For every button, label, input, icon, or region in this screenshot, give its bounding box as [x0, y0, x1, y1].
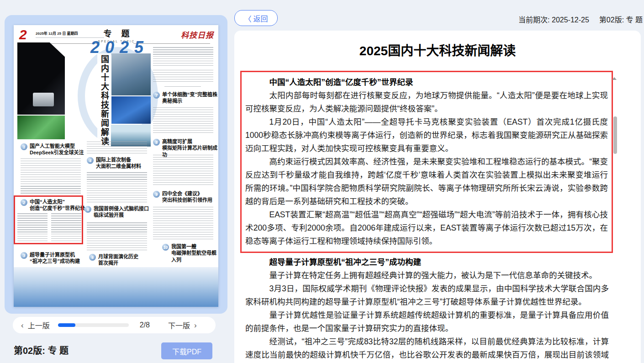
- headline-line: 国产人工智能大模型: [30, 143, 84, 149]
- paper-page-number: 2: [19, 28, 27, 42]
- headline-line: 超导量子计算原型机: [30, 252, 80, 258]
- prev-page-chevron-icon[interactable]: ‹: [21, 321, 24, 329]
- headline-number-badge: 10: [162, 244, 169, 251]
- headline-9[interactable]: 9 四中全会《建议》突出科技创新引领作用: [153, 190, 212, 204]
- paragraph: EAST装置汇聚“超高温”“超低温”“超高真空”“超强磁场”“超大电流”等前沿技…: [245, 208, 608, 248]
- headline-3[interactable]: 3 超导量子计算原型机“祖冲之三号”成功构建: [21, 252, 80, 265]
- headline-number-badge: 1: [21, 143, 27, 150]
- headline-line: 模拟矩阵计算芯片研制成功: [162, 145, 218, 158]
- paper-bottom-graphic: [14, 267, 218, 307]
- next-page-button[interactable]: 下一版: [168, 320, 190, 331]
- headline-line: 电磁弹射型航空母舰入列: [171, 250, 218, 263]
- headline-line: 高精度可扩展: [162, 138, 218, 145]
- section1-heading: 中国“人造太阳”创造“亿度千秒”世界纪录: [245, 76, 608, 89]
- graphic-vertical-title: 国内十大科技新闻解读: [97, 53, 111, 147]
- selected-article-highlight-box[interactable]: [14, 195, 83, 244]
- article-title: 2025国内十大科技新闻解读: [234, 41, 641, 59]
- paper-section-title: 专 题: [98, 27, 135, 39]
- current-edition-label: 第02版: 专 题: [599, 14, 643, 25]
- headline-number-badge: 7: [153, 92, 160, 99]
- back-button[interactable]: 〈 返回: [234, 10, 278, 26]
- headline-line: 突出科技创新引领作用: [162, 197, 212, 203]
- headline-number-badge: 6: [89, 254, 96, 261]
- download-pdf-button[interactable]: 下载PDF: [161, 342, 212, 359]
- lunar-lander-photo: [33, 93, 54, 106]
- machinery-photo: [111, 53, 151, 95]
- paper-masthead-logo: 科技日报: [181, 29, 214, 40]
- text-filler: [153, 70, 213, 84]
- paragraph: 1月20日，中国“人造太阳”——全超导托卡马克核聚变实验装置（EAST）首次完成…: [245, 116, 608, 155]
- newspaper-page-preview[interactable]: 2 2025年 12月 25 日 星期四 专 题 SPECIAL TOPIC 科…: [14, 25, 218, 307]
- issue-info: 当前期次: 2025-12-25 第02版: 专 题: [518, 14, 643, 25]
- headline-line: 四中全会《建议》: [162, 190, 212, 197]
- text-filler: [87, 222, 147, 251]
- paragraph: 量子计算优越性是验证量子计算系统超越传统超级计算机的重要标准，是量子计算具备应用…: [245, 309, 609, 335]
- highlighted-section-box: 中国“人造太阳”创造“亿度千秒”世界纪录 太阳内部每时每刻都在进行核聚变反应，为…: [240, 71, 613, 253]
- headline-number-badge: 9: [153, 191, 160, 198]
- headline-line: DeepSeek引发全球关注: [30, 149, 84, 156]
- headline-4[interactable]: 4 国际上首次制备大面积二维金属材料: [87, 157, 141, 170]
- text-filler: [87, 142, 147, 153]
- headline-line: 单个体细胞“变”完整植株: [162, 91, 217, 98]
- headline-line: 临床试验开展: [94, 212, 149, 218]
- paper-date: 2025年 12月 25 日 星期四: [36, 31, 78, 36]
- article-body: 中国“人造太阳”创造“亿度千秒”世界纪录 太阳内部每时每刻都在进行核聚变反应，为…: [245, 71, 609, 363]
- space-photo: [17, 42, 65, 115]
- page-progress-bar[interactable]: [58, 323, 129, 327]
- headline-number-badge: 5: [84, 206, 91, 213]
- text-filler: [87, 172, 147, 202]
- headline-line: 国际上首次制备: [96, 157, 141, 163]
- headline-1[interactable]: 1 国产人工智能大模型DeepSeek引发全球关注: [21, 143, 84, 156]
- headline-number-badge: 4: [87, 157, 94, 164]
- page-position-label: 2/8: [140, 321, 150, 329]
- byline-filler: [164, 86, 201, 89]
- headline-line: “祖冲之三号”成功构建: [30, 258, 80, 264]
- headline-line: 奥秘揭示: [162, 98, 217, 104]
- text-filler: [153, 107, 213, 135]
- headline-number-badge: 8: [153, 139, 160, 146]
- page: 2 2025年 12月 25 日 星期四 专 题 SPECIAL TOPIC 科…: [0, 0, 644, 363]
- paragraph: 高约束运行模式因其效率高、经济性强，是未来聚变实验堆和工程堆稳态运行的基本模式。…: [245, 155, 608, 208]
- current-issue-label: 当前期次: 2025-12-25: [518, 14, 589, 25]
- text-filler: [153, 155, 213, 187]
- paragraph: 量子计算在特定任务上拥有超越经典计算的强大能力，被认为是下一代信息革命的关键技术…: [245, 269, 609, 282]
- back-button-label: 返回: [253, 13, 268, 24]
- next-page-chevron-icon[interactable]: ›: [194, 321, 197, 329]
- paragraph: 太阳内部每时每刻都在进行核聚变反应，为地球万物提供能量。“人造太阳”便是要在地球…: [245, 89, 608, 116]
- headline-5[interactable]: 5 我国首例侵入式脑机接口临床试验开展: [84, 205, 149, 219]
- headline-10[interactable]: 10 我国第一艘电磁弹射型航空母舰入列: [162, 243, 218, 263]
- page-pager: ‹ 上一版 2/8 下一版 ›: [13, 317, 216, 333]
- newspaper-panel: 2 2025年 12月 25 日 星期四 专 题 SPECIAL TOPIC 科…: [5, 15, 227, 314]
- text-filler: [153, 47, 213, 67]
- section2-heading: 超导量子计算原型机“祖冲之三号”成功构建: [245, 256, 609, 269]
- headline-line: 月球背面演化历史: [98, 253, 138, 260]
- paragraph: 3月3日，国际权威学术期刊《物理评论快报》发表的成果显示，由中国科学技术大学联合…: [245, 282, 609, 309]
- headline-line: 大面积二维金属材料: [96, 163, 141, 169]
- text-filler: [21, 158, 81, 194]
- headline-number-badge: 3: [21, 252, 27, 259]
- headline-7[interactable]: 7 单个体细胞“变”完整植株奥秘揭示: [153, 91, 217, 105]
- article-card: 2025国内十大科技新闻解读 中国“人造太阳”创造“亿度千秒”世界纪录 太阳内部…: [234, 31, 641, 363]
- scrollbar-thumb[interactable]: [613, 116, 617, 154]
- scrollbar-up-arrow-icon[interactable]: [612, 77, 617, 80]
- plant-photo: [17, 116, 65, 139]
- edition-title: 第02版: 专 题: [14, 343, 69, 357]
- chip-photo: [111, 96, 151, 124]
- prev-page-button[interactable]: 上一版: [28, 320, 50, 331]
- headline-line: 我国第一艘: [171, 243, 218, 250]
- page-progress-fill: [58, 323, 75, 327]
- back-chevron-icon: 〈: [244, 13, 251, 24]
- headline-6[interactable]: 6 月球背面演化历史首次揭开: [89, 253, 138, 267]
- headline-line: 首次揭开: [98, 260, 138, 266]
- headline-line: 我国首例侵入式脑机接口: [94, 205, 149, 212]
- headline-8[interactable]: 8 高精度可扩展模拟矩阵计算芯片研制成功: [153, 138, 218, 158]
- paragraph: 经测试，“祖冲之三号”完成83比特32层的随机线路采样，以目前最优经典算法为比较…: [245, 335, 609, 363]
- text-filler: [153, 207, 213, 240]
